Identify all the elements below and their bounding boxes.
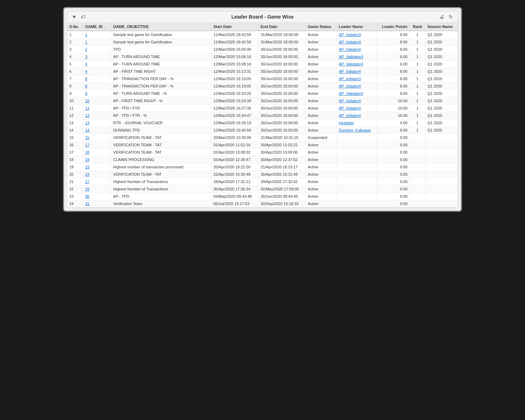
cell-leader[interactable]: AP_Initiator3 bbox=[336, 75, 377, 83]
cell-leader[interactable]: AP_Initiator4 bbox=[336, 105, 377, 112]
cell-season bbox=[425, 141, 458, 149]
cell-leader[interactable]: AP_Initiator3 bbox=[336, 31, 377, 38]
cell-rank bbox=[410, 171, 425, 178]
cell-gameid[interactable]: 31 bbox=[83, 200, 111, 208]
col-header-rank[interactable]: Rank bbox=[410, 23, 425, 31]
cell-leader[interactable]: AP_Initiator4 bbox=[336, 97, 377, 105]
filter-icon[interactable]: ▼ bbox=[71, 13, 78, 20]
cell-gameid[interactable]: 27 bbox=[83, 178, 111, 186]
tag-icon[interactable]: 🏷 bbox=[80, 13, 87, 20]
cell-leader[interactable]: AP_Validator4 bbox=[336, 61, 377, 68]
cell-points: 0.00 bbox=[377, 178, 410, 186]
cell-sno: 8 bbox=[67, 83, 83, 90]
cell-objective: Sample test game for Gamification bbox=[111, 31, 211, 38]
cell-gameid[interactable]: 3 bbox=[83, 61, 111, 68]
cell-objective: Verification Team bbox=[111, 200, 211, 208]
cell-status: Active bbox=[306, 163, 336, 171]
cell-startdate: 12/Mar/2020 16:24:39 bbox=[211, 97, 258, 105]
cell-objective: RTR - JOURNAL VOUCHER bbox=[111, 119, 211, 127]
cell-leader[interactable]: jvinitiator bbox=[336, 119, 377, 127]
col-header-season[interactable]: Season Name bbox=[425, 23, 458, 31]
col-header-status[interactable]: Game Status bbox=[306, 23, 336, 31]
col-header-sno[interactable]: S.No. bbox=[67, 23, 83, 31]
cell-gameid[interactable]: 18 bbox=[83, 149, 111, 156]
cell-gameid[interactable]: 30 bbox=[83, 193, 111, 200]
cell-gameid[interactable]: 9 bbox=[83, 90, 111, 97]
cell-leader bbox=[336, 141, 377, 149]
cell-gameid[interactable]: 14 bbox=[83, 127, 111, 134]
cell-leader[interactable]: AP_Validator4 bbox=[336, 90, 377, 97]
cell-leader bbox=[336, 149, 377, 156]
table-row: 6 4 AP - FIRST TIME RIGHT 12/Mar/2020 15… bbox=[67, 68, 458, 75]
cell-startdate: 12/Mar/2020 15:13:31 bbox=[211, 68, 258, 75]
cell-enddate: 30/Apr/2020 15:31:49 bbox=[258, 171, 306, 178]
table-row: 22 29 Highest Number of Transactions 30/… bbox=[67, 186, 458, 193]
cell-startdate: 12/Mar/2020 16:20:26 bbox=[211, 90, 258, 97]
print-icon[interactable]: 🖨 bbox=[438, 13, 445, 20]
cell-gameid[interactable]: 3 bbox=[83, 53, 111, 61]
col-header-gameid[interactable]: GAME_ID ↕ bbox=[83, 23, 111, 31]
cell-enddate: 30/Jun/2020 18:00:00 bbox=[258, 68, 306, 75]
cell-startdate: 12/Mar/2020 16:19:05 bbox=[211, 75, 258, 83]
cell-leader[interactable]: AP_Initiator4 bbox=[336, 46, 377, 53]
col-header-objective[interactable]: GAME_OBJECTIVE bbox=[111, 23, 211, 31]
cell-status: Active bbox=[306, 171, 336, 178]
cell-startdate: 30/Apr/2020 17:56:34 bbox=[211, 186, 258, 193]
cell-leader[interactable]: AP_Initiator4 bbox=[336, 83, 377, 90]
cell-gameid[interactable]: 1 bbox=[83, 31, 111, 38]
cell-gameid[interactable]: 23 bbox=[83, 163, 111, 171]
cell-gameid[interactable]: 19 bbox=[83, 156, 111, 163]
cell-status: Active bbox=[306, 46, 336, 53]
cell-enddate: 31/Mar/2020 18:00:00 bbox=[258, 38, 306, 46]
cell-enddate: 30/Apr/2020 11:53:22 bbox=[258, 141, 306, 149]
cell-rank bbox=[410, 163, 425, 171]
cell-gameid[interactable]: 10 bbox=[83, 97, 111, 105]
col-header-startdate[interactable]: Start Date bbox=[211, 23, 258, 31]
cell-leader[interactable]: Dunning_Followup bbox=[336, 127, 377, 134]
page-title: Leader Board - Game Wise bbox=[87, 14, 438, 20]
table-row: 19 23 Highest number of transaction proc… bbox=[67, 163, 458, 171]
cell-points: 8.00 bbox=[377, 38, 410, 46]
cell-leader[interactable]: AP_Initiator4 bbox=[336, 112, 377, 119]
cell-gameid[interactable]: 4 bbox=[83, 68, 111, 75]
cell-gameid[interactable]: 11 bbox=[83, 105, 111, 112]
col-header-enddate[interactable]: End Date bbox=[258, 23, 306, 31]
cell-sno: 3 bbox=[67, 46, 83, 53]
table-header-row: S.No. GAME_ID ↕ GAME_OBJECTIVE Start Dat… bbox=[67, 23, 458, 31]
cell-gameid[interactable]: 17 bbox=[83, 141, 111, 149]
col-header-leader[interactable]: Leader Name bbox=[336, 23, 377, 31]
cell-status: Active bbox=[306, 61, 336, 68]
cell-gameid[interactable]: 15 bbox=[83, 134, 111, 141]
cell-season bbox=[425, 134, 458, 141]
cell-sno: 17 bbox=[67, 149, 83, 156]
cell-gameid[interactable]: 24 bbox=[83, 171, 111, 178]
cell-gameid[interactable]: 8 bbox=[83, 83, 111, 90]
cell-gameid[interactable]: 1 bbox=[83, 38, 111, 46]
cell-points: 0.00 bbox=[377, 163, 410, 171]
cell-gameid[interactable]: 12 bbox=[83, 112, 111, 119]
cell-rank: 1 bbox=[410, 90, 425, 97]
cell-startdate: 04/May/2020 08:43:48 bbox=[211, 193, 258, 200]
cell-gameid[interactable]: 2 bbox=[83, 46, 111, 53]
cell-enddate: 30/Jun/2020 18:00:00 bbox=[258, 112, 306, 119]
cell-gameid[interactable]: 13 bbox=[83, 119, 111, 127]
cell-enddate: 30/Apr/2020 13:09:06 bbox=[258, 149, 306, 156]
cell-status: Active bbox=[306, 90, 336, 97]
cell-leader bbox=[336, 156, 377, 163]
cell-gameid[interactable]: 8 bbox=[83, 75, 111, 83]
refresh-icon[interactable]: ↻ bbox=[447, 13, 454, 20]
col-header-points[interactable]: Leader Points bbox=[377, 23, 410, 31]
cell-rank: 1 bbox=[410, 105, 425, 112]
cell-season: Q1 2020 bbox=[425, 97, 458, 105]
cell-status: Active bbox=[306, 83, 336, 90]
cell-leader[interactable]: AP_Initiator4 bbox=[336, 68, 377, 75]
cell-enddate: 30/Jun/2020 18:00:00 bbox=[258, 61, 306, 68]
table-row: 18 19 CLAIMS PROCESSING 03/Apr/2020 12:3… bbox=[67, 156, 458, 163]
cell-points: 10.00 bbox=[377, 97, 410, 105]
cell-season: Q1 2020 bbox=[425, 83, 458, 90]
cell-leader[interactable]: AP_Validator3 bbox=[336, 53, 377, 61]
cell-objective: AP - TRANSACTION PER DAY - % bbox=[111, 83, 211, 90]
cell-status: Suspended bbox=[306, 134, 336, 141]
cell-gameid[interactable]: 29 bbox=[83, 186, 111, 193]
cell-leader[interactable]: AP_Initiator4 bbox=[336, 38, 377, 46]
